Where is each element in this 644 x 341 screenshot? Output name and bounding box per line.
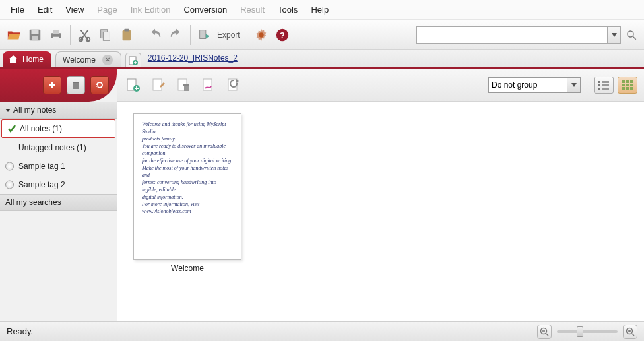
svg-point-16	[628, 31, 633, 37]
svg-rect-37	[626, 80, 629, 83]
menu-page: Page	[90, 2, 123, 17]
svg-rect-27	[183, 84, 189, 86]
list-icon	[598, 80, 609, 90]
radio-icon	[5, 181, 14, 189]
paste-button[interactable]	[117, 25, 137, 45]
open-button[interactable]	[4, 25, 24, 45]
undo-button[interactable]	[145, 25, 165, 45]
view-list-button[interactable]	[594, 77, 614, 94]
chevron-down-icon	[567, 77, 581, 93]
note-draw-button[interactable]	[199, 76, 218, 94]
toolbar-separator	[70, 25, 71, 45]
content-pane: Do not group Welcome and thanks for usin…	[117, 69, 644, 321]
svg-rect-21	[73, 82, 79, 83]
page-rotate-icon	[226, 78, 241, 92]
toolbar-separator	[247, 25, 247, 45]
svg-rect-9	[103, 32, 110, 40]
group-dropdown-value: Do not group	[488, 77, 567, 93]
cut-button[interactable]	[75, 25, 94, 45]
menu-tools[interactable]: Tools	[271, 2, 304, 17]
new-tab-button[interactable]	[125, 53, 141, 67]
trash-icon	[71, 80, 80, 90]
redo-button[interactable]	[166, 25, 186, 45]
search-box	[416, 26, 640, 44]
menu-edit[interactable]: Edit	[31, 2, 59, 17]
sidebar-add-button[interactable]	[43, 76, 61, 94]
plus-icon	[48, 80, 57, 90]
sidebar-delete-button[interactable]	[67, 76, 85, 94]
notes-area: Welcome and thanks for using MyScript St…	[117, 102, 644, 321]
tab-welcome[interactable]: Welcome ✕	[55, 51, 121, 67]
sidebar-action-bar	[0, 69, 117, 102]
help-button[interactable]: ?	[273, 25, 292, 45]
svg-rect-20	[73, 83, 79, 89]
scissors-icon	[77, 28, 92, 42]
recent-document-link[interactable]: 2016-12-20_IRISNotes_2	[148, 53, 238, 63]
print-button[interactable]	[46, 25, 66, 45]
help-icon: ?	[275, 28, 290, 42]
save-button[interactable]	[25, 25, 45, 45]
tab-home-label: Home	[22, 55, 44, 64]
svg-rect-44	[630, 87, 633, 90]
zoom-in-button[interactable]	[623, 325, 637, 339]
copy-button[interactable]	[96, 25, 115, 45]
handwriting-line: You are ready to discover an invaluable …	[142, 142, 233, 157]
sidebar-item-sample2[interactable]: Sample tag 2	[0, 175, 117, 194]
export-button[interactable]	[195, 25, 214, 45]
svg-rect-26	[184, 86, 189, 91]
menu-conversion[interactable]: Conversion	[177, 2, 234, 17]
sidebar-item-untagged[interactable]: Untagged notes (1)	[0, 139, 117, 157]
search-go-button[interactable]	[623, 26, 640, 44]
svg-rect-40	[626, 84, 629, 86]
home-icon	[8, 55, 18, 64]
note-rotate-button[interactable]	[224, 76, 243, 94]
search-input[interactable]	[416, 26, 608, 44]
zoom-in-icon	[626, 327, 635, 336]
menu-view[interactable]: View	[59, 2, 90, 17]
check-icon	[7, 124, 16, 133]
handwriting-line: for the effective use of your digital wr…	[142, 157, 233, 164]
menu-ink-edition: Ink Edition	[124, 2, 177, 17]
close-icon[interactable]: ✕	[102, 55, 113, 65]
svg-rect-39	[622, 84, 625, 86]
group-dropdown[interactable]: Do not group	[488, 77, 581, 93]
zoom-slider[interactable]	[557, 330, 618, 333]
svg-rect-24	[153, 79, 162, 90]
toolbar-separator	[190, 25, 191, 45]
note-delete-button[interactable]	[174, 76, 193, 94]
svg-rect-11	[124, 28, 129, 31]
search-dropdown[interactable]	[608, 26, 621, 44]
svg-rect-41	[630, 84, 633, 86]
main-toolbar: Export ?	[0, 20, 644, 50]
tab-strip: Home Welcome ✕ 2016-12-20_IRISNotes_2	[0, 50, 644, 69]
sidebar-item-sample1[interactable]: Sample tag 1	[0, 157, 117, 175]
magnifier-icon	[626, 29, 637, 41]
zoom-slider-thumb[interactable]	[577, 326, 583, 337]
status-text: Ready.	[7, 326, 33, 336]
view-grid-button[interactable]	[618, 77, 637, 94]
settings-button[interactable]	[251, 25, 271, 45]
menu-help[interactable]: Help	[304, 2, 335, 17]
zoom-controls	[537, 325, 637, 339]
note-card[interactable]: Welcome and thanks for using MyScript St…	[133, 113, 242, 273]
sidebar-refresh-button[interactable]	[90, 76, 109, 94]
menu-file[interactable]: File	[4, 2, 31, 17]
content-toolbar: Do not group	[117, 69, 644, 102]
svg-rect-10	[123, 30, 131, 40]
copy-icon	[98, 28, 113, 42]
svg-rect-43	[626, 87, 629, 90]
note-edit-button[interactable]	[149, 76, 168, 94]
sidebar-item-all-notes[interactable]: All notes (1)	[1, 119, 115, 138]
sidebar-header-searches[interactable]: All my searches	[0, 194, 117, 211]
tab-home[interactable]: Home	[3, 51, 51, 67]
svg-line-46	[546, 334, 548, 336]
grid-icon	[622, 80, 633, 90]
zoom-out-button[interactable]	[537, 325, 552, 339]
sidebar-header-notes[interactable]: All my notes	[0, 102, 117, 119]
tab-welcome-label: Welcome	[63, 55, 96, 65]
menu-result: Result	[234, 2, 271, 17]
handwriting-line: products family!	[142, 135, 233, 142]
printer-icon	[49, 28, 63, 42]
sidebar: All my notes All notes (1) Untagged note…	[0, 69, 117, 321]
note-new-button[interactable]	[124, 76, 143, 94]
